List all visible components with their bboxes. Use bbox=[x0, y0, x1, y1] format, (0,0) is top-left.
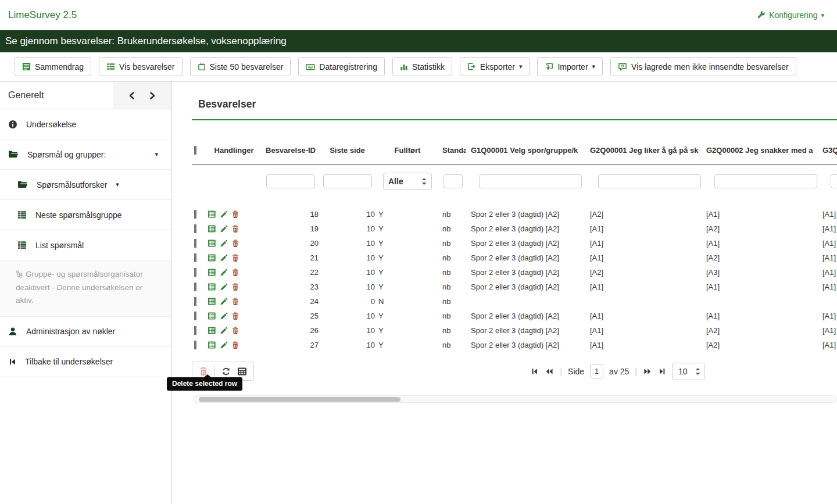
column-header-g2q00001[interactable]: G2Q00001 Jeg liker å gå på sk bbox=[585, 146, 702, 155]
data-entry-button[interactable]: Dataregistrering bbox=[298, 57, 385, 76]
edit-response-icon[interactable] bbox=[220, 254, 228, 262]
sidebar-item-next-group[interactable]: Neste spørsmålsgruppe bbox=[0, 200, 171, 230]
row-checkbox[interactable] bbox=[194, 297, 196, 306]
column-header-g2q00002[interactable]: G2Q00002 Jeg snakker med a bbox=[702, 146, 818, 155]
sidebar-item-questions-groups[interactable]: Spørsmål og grupper: ▾ bbox=[0, 140, 171, 170]
delete-response-icon[interactable] bbox=[231, 312, 239, 320]
row-checkbox[interactable] bbox=[194, 253, 196, 262]
export-button[interactable]: Eksporter ▾ bbox=[460, 57, 530, 76]
delete-response-icon[interactable] bbox=[231, 326, 239, 335]
sidebar-item-question-explorer[interactable]: Spørsmålsutforsker ▾ bbox=[0, 170, 171, 200]
select-all-checkbox[interactable] bbox=[194, 146, 196, 155]
filter-completed-select[interactable]: Alle bbox=[383, 173, 432, 190]
column-header-actions[interactable]: Handlinger bbox=[206, 146, 262, 155]
scrollbar-thumb[interactable] bbox=[199, 397, 400, 402]
edit-response-icon[interactable] bbox=[220, 327, 228, 335]
row-checkbox[interactable] bbox=[194, 210, 196, 219]
summary-table-icon bbox=[22, 62, 31, 71]
row-checkbox[interactable] bbox=[194, 341, 196, 349]
filter-g1q00001-input[interactable] bbox=[479, 174, 582, 188]
view-response-icon[interactable] bbox=[208, 268, 216, 277]
filter-response-id-input[interactable] bbox=[266, 174, 315, 188]
row-checkbox[interactable] bbox=[194, 283, 196, 291]
edit-response-icon[interactable] bbox=[220, 225, 228, 233]
edit-response-icon[interactable] bbox=[220, 240, 228, 248]
delete-response-icon[interactable] bbox=[231, 341, 239, 349]
column-header-last-page[interactable]: Siste side bbox=[320, 146, 375, 155]
edit-response-icon[interactable] bbox=[220, 341, 228, 349]
cell-g1q00001: Spor 2 eller 3 (dagtid) [A2] bbox=[466, 253, 585, 262]
last-50-responses-button[interactable]: Siste 50 besvarelser bbox=[190, 57, 291, 76]
column-header-completed[interactable]: Fullført bbox=[375, 146, 440, 155]
filter-g2q00002-input[interactable] bbox=[714, 174, 817, 188]
view-response-icon[interactable] bbox=[208, 297, 216, 306]
chevron-left-icon[interactable] bbox=[128, 91, 135, 100]
edit-response-icon[interactable] bbox=[220, 283, 228, 291]
edit-response-icon[interactable] bbox=[220, 312, 228, 320]
cell-completed: Y bbox=[375, 239, 440, 248]
cell-language: nb bbox=[440, 253, 466, 262]
view-responses-button[interactable]: Vis besvarelser bbox=[99, 57, 182, 76]
sidebar-item-label: List spørsmål bbox=[35, 241, 84, 250]
column-header-response-id[interactable]: Besvarelse-ID bbox=[262, 146, 320, 155]
row-checkbox[interactable] bbox=[194, 224, 196, 233]
column-header-g3q[interactable]: G3Q0 bbox=[818, 146, 837, 155]
view-response-icon[interactable] bbox=[208, 283, 216, 291]
config-menu[interactable]: Konfigurering ▾ bbox=[757, 10, 824, 20]
import-button[interactable]: Importer ▾ bbox=[537, 57, 603, 76]
delete-response-icon[interactable] bbox=[231, 224, 239, 233]
cell-last-page: 10 bbox=[320, 268, 375, 277]
table-row: 25 10 Y nb Spor 2 eller 3 (dagtid) [A2] … bbox=[192, 309, 837, 323]
horizontal-scrollbar[interactable] bbox=[193, 395, 837, 403]
view-response-icon[interactable] bbox=[208, 341, 216, 349]
row-checkbox[interactable] bbox=[194, 239, 196, 248]
sidebar-item-survey[interactable]: Undersøkelse bbox=[0, 109, 171, 140]
cell-g2q00002: [A2] bbox=[702, 341, 818, 349]
edit-response-icon[interactable] bbox=[220, 298, 228, 306]
page-number-input[interactable] bbox=[590, 364, 603, 378]
previous-page-button[interactable] bbox=[545, 367, 554, 376]
app-brand: LimeSurvey 2.5 bbox=[8, 9, 77, 21]
view-response-icon[interactable] bbox=[208, 326, 216, 335]
first-page-button[interactable] bbox=[531, 367, 539, 376]
next-page-button[interactable] bbox=[643, 367, 652, 376]
delete-response-icon[interactable] bbox=[231, 268, 239, 277]
view-response-icon[interactable] bbox=[208, 239, 216, 248]
filter-g3q-input[interactable] bbox=[831, 174, 837, 188]
column-header-language[interactable]: Standa bbox=[440, 146, 466, 155]
folder-open-icon bbox=[8, 150, 19, 159]
export-grid-button[interactable] bbox=[237, 367, 247, 376]
view-response-icon[interactable] bbox=[208, 253, 216, 262]
cell-language: nb bbox=[440, 268, 466, 277]
summary-button[interactable]: Sammendrag bbox=[15, 57, 91, 76]
delete-response-icon[interactable] bbox=[231, 297, 239, 306]
column-header-g1q00001[interactable]: G1Q00001 Velg spor/gruppe/k bbox=[466, 146, 585, 155]
edit-response-icon[interactable] bbox=[220, 269, 228, 277]
view-response-icon[interactable] bbox=[208, 224, 216, 233]
sidebar-item-list-questions[interactable]: List spørsmål bbox=[0, 230, 171, 260]
row-checkbox[interactable] bbox=[194, 326, 196, 335]
last-page-button[interactable] bbox=[658, 367, 666, 376]
refresh-button[interactable] bbox=[221, 367, 231, 376]
filter-language-input[interactable] bbox=[443, 174, 463, 188]
delete-response-icon[interactable] bbox=[231, 210, 239, 219]
delete-response-icon[interactable] bbox=[231, 283, 239, 291]
view-response-icon[interactable] bbox=[208, 210, 216, 219]
row-checkbox[interactable] bbox=[194, 312, 196, 320]
statistics-button[interactable]: Statistikk bbox=[392, 57, 452, 76]
page-size-select[interactable]: 10 bbox=[672, 363, 705, 380]
sidebar-item-back-to-surveys[interactable]: Tilbake til undersøkelser bbox=[0, 347, 171, 377]
delete-response-icon[interactable] bbox=[231, 253, 239, 262]
cell-g3q: [A1] bbox=[818, 253, 837, 262]
view-response-icon[interactable] bbox=[208, 312, 216, 320]
chevron-right-icon[interactable] bbox=[149, 91, 156, 100]
edit-response-icon[interactable] bbox=[220, 210, 228, 219]
row-checkbox[interactable] bbox=[194, 268, 196, 277]
delete-response-icon[interactable] bbox=[231, 239, 239, 248]
view-saved-responses-button[interactable]: Vis lagrede men ikke innsendte besvarels… bbox=[610, 57, 796, 76]
table-row: 19 10 Y nb Spor 2 eller 3 (dagtid) [A2] … bbox=[192, 221, 837, 236]
filter-last-page-input[interactable] bbox=[323, 174, 372, 188]
sidebar-item-token-admin[interactable]: Administrasjon av nøkler bbox=[0, 317, 171, 347]
import-button-label: Importer bbox=[557, 62, 588, 72]
filter-g2q00001-input[interactable] bbox=[598, 174, 701, 188]
